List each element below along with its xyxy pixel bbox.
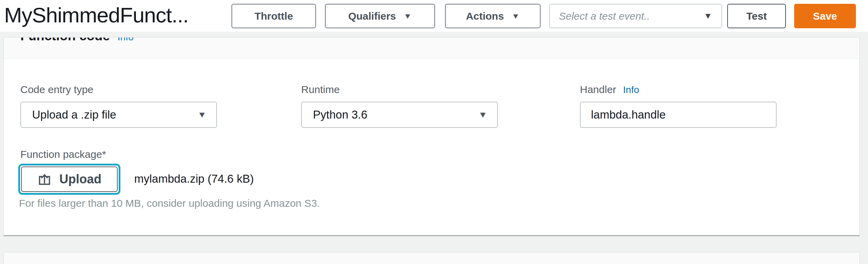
upload-button[interactable]: Upload — [21, 166, 118, 192]
next-section-panel — [3, 252, 860, 264]
code-entry-type-select[interactable]: Upload a .zip file ▼ — [20, 102, 217, 128]
test-button[interactable]: Test — [727, 4, 786, 28]
upload-button-label: Upload — [59, 172, 101, 186]
handler-label: Handler — [580, 84, 616, 95]
throttle-button[interactable]: Throttle — [231, 4, 316, 28]
code-entry-type-value: Upload a .zip file — [21, 108, 116, 121]
actions-button-label: Actions — [466, 10, 504, 22]
actions-dropdown-button[interactable]: Actions ▼ — [445, 4, 541, 28]
test-event-placeholder: Select a test event.. — [550, 10, 650, 22]
uploaded-file-info: mylambda.zip (74.6 kB) — [134, 172, 254, 185]
handler-label-row: HandlerInfo — [580, 84, 639, 95]
runtime-select[interactable]: Python 3.6 ▼ — [301, 102, 498, 128]
qualifiers-button-label: Qualifiers — [348, 10, 396, 22]
chevron-down-icon: ▼ — [404, 12, 412, 20]
function-code-panel: Function codeInfo Code entry type Runtim… — [3, 37, 860, 236]
test-button-label: Test — [746, 10, 767, 22]
function-code-panel-header: Function codeInfo — [4, 38, 859, 59]
upload-button-focus-ring: Upload — [18, 164, 120, 195]
test-event-select[interactable]: Select a test event.. ▼ — [549, 4, 722, 28]
handler-info-link[interactable]: Info — [623, 84, 639, 95]
save-button[interactable]: Save — [794, 4, 856, 28]
runtime-label: Runtime — [301, 84, 340, 95]
qualifiers-dropdown-button[interactable]: Qualifiers ▼ — [325, 4, 435, 28]
runtime-value: Python 3.6 — [302, 108, 367, 121]
code-entry-type-label: Code entry type — [20, 84, 93, 95]
page-header: MyShimmedFunct... Throttle Qualifiers ▼ … — [0, 0, 868, 32]
function-package-label: Function package* — [20, 149, 106, 160]
function-code-info-link[interactable]: Info — [118, 38, 134, 42]
chevron-down-icon: ▼ — [197, 110, 207, 120]
chevron-down-icon: ▼ — [478, 110, 487, 120]
save-button-label: Save — [813, 10, 837, 22]
function-name-title: MyShimmedFunct... — [4, 2, 188, 28]
chevron-down-icon: ▼ — [512, 12, 520, 20]
handler-input[interactable] — [580, 102, 777, 128]
upload-icon — [37, 172, 52, 186]
section-title: Function code — [20, 38, 110, 43]
chevron-down-icon: ▼ — [703, 11, 712, 21]
section-heading-row: Function codeInfo — [20, 38, 134, 44]
throttle-button-label: Throttle — [255, 10, 293, 22]
upload-helper-text: For files larger than 10 MB, consider up… — [19, 197, 320, 209]
